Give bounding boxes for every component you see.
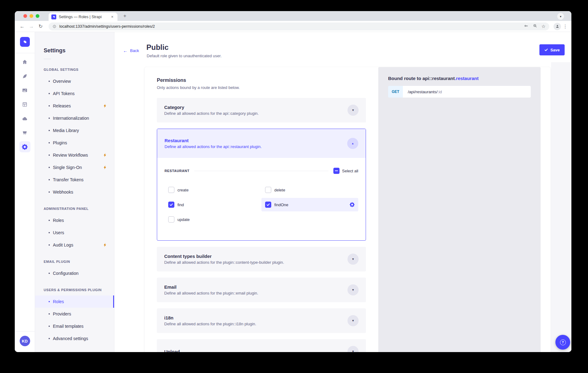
sidebar-item-transfer-tokens[interactable]: Transfer Tokens [35, 174, 114, 186]
sidebar-item-internationalization[interactable]: Internationalization [35, 112, 114, 124]
password-key-icon[interactable] [524, 23, 529, 30]
browser-toolbar: ← → ↻ localhost:1337/admin/settings/user… [15, 21, 571, 32]
sidebar-item-single-sign-on[interactable]: Single Sign-On [35, 161, 114, 174]
rail-layout-button[interactable] [19, 99, 30, 110]
sidebar-item-webhooks[interactable]: Webhooks [35, 186, 114, 198]
address-bar[interactable]: localhost:1337/admin/settings/users-perm… [49, 22, 549, 30]
media-library-icon [22, 87, 28, 93]
nav-section-header-email-plugin: EMAIL PLUGIN [44, 260, 105, 263]
sidebar-item-audit-logs[interactable]: Audit Logs [35, 239, 114, 251]
accordion-info: RestaurantDefine all allowed actions for… [165, 138, 262, 149]
new-tab-button[interactable]: + [121, 13, 129, 19]
accordion-list: CategoryDefine all allowed actions for t… [157, 98, 366, 352]
accordion-info: CategoryDefine all allowed actions for t… [164, 105, 259, 116]
checkbox-findone[interactable] [265, 202, 271, 208]
close-tab-icon[interactable]: × [110, 14, 115, 19]
accordion-description: Define all allowed actions for the plugi… [164, 322, 256, 326]
select-all-label: Select all [342, 169, 358, 173]
sidebar-item-media-library[interactable]: Media Library [35, 124, 114, 137]
zoom-in-icon[interactable] [533, 23, 538, 30]
indeterminate-dash-icon [335, 170, 338, 171]
help-button[interactable]: ? [555, 335, 570, 350]
route-row: GET /api/restaurants/:id [388, 86, 531, 98]
accordion-description: Define all allowed actions for the plugi… [164, 260, 284, 265]
checkbox-find[interactable] [168, 202, 174, 208]
browser-menu-icon[interactable]: ⋮ [563, 24, 568, 29]
rail-bottom: KD [15, 331, 35, 352]
select-all-checkbox[interactable] [333, 168, 340, 174]
checkbox-update[interactable] [168, 216, 174, 223]
sidebar-item-advanced-settings[interactable]: Advanced settings [35, 332, 114, 345]
strapi-logo[interactable] [20, 37, 30, 47]
accordion-upload[interactable]: Upload▼ [157, 339, 366, 352]
permission-settings-gear-icon[interactable] [350, 202, 355, 207]
rail-divider [15, 53, 35, 53]
sidebar-item-plugins[interactable]: Plugins [35, 137, 114, 149]
permission-grid: createdeletefindfindOneupdate [165, 183, 358, 226]
user-avatar[interactable]: KD [20, 336, 30, 346]
rail-feather-button[interactable] [19, 70, 30, 82]
accordion-category[interactable]: CategoryDefine all allowed actions for t… [157, 98, 366, 122]
fullscreen-window-button[interactable] [36, 14, 39, 18]
accordion-i18n[interactable]: i18nDefine all allowed actions for the p… [157, 308, 366, 333]
settings-sidebar: Settings GLOBAL SETTINGSOverviewAPI Toke… [35, 32, 114, 352]
traffic-lights [23, 14, 39, 18]
sidebar-item-email-templates[interactable]: Email templates [35, 320, 114, 332]
accordion-email[interactable]: EmailDefine all allowed actions for the … [157, 278, 366, 302]
page-content: Permissions Only actions bound by a rout… [114, 62, 571, 352]
permission-group-label: RESTAURANT [165, 169, 189, 173]
sidebar-item-providers[interactable]: Providers [35, 308, 114, 320]
caret-down-icon: ▼ [352, 288, 355, 291]
back-link[interactable]: ← Back [123, 48, 139, 53]
settings-title: Settings [44, 47, 114, 54]
sidebar-item-overview[interactable]: Overview [35, 75, 114, 87]
site-info-icon[interactable] [52, 24, 57, 29]
route-path-field[interactable]: /api/restaurants/:id [403, 86, 531, 98]
accordion-info: EmailDefine all allowed actions for the … [164, 284, 258, 295]
sidebar-item-releases[interactable]: Releases [35, 100, 114, 112]
permissions-column: Permissions Only actions bound by a rout… [145, 67, 378, 352]
sidebar-item-users[interactable]: Users [35, 227, 114, 239]
sidebar-item-api-tokens[interactable]: API Tokens [35, 87, 114, 100]
checkbox-delete[interactable] [265, 187, 271, 193]
accordion-title: Category [164, 105, 259, 110]
permission-label: create [177, 188, 189, 192]
rail-items [19, 56, 30, 152]
expand-accordion-button[interactable]: ▼ [348, 254, 359, 265]
accordion-description: Define all allowed actions for the api::… [164, 111, 259, 116]
expand-accordion-button[interactable]: ▼ [348, 315, 359, 326]
sidebar-item-roles[interactable]: Roles [35, 214, 114, 227]
browser-reload-button[interactable]: ↻ [37, 23, 44, 30]
minimize-window-button[interactable] [30, 14, 33, 18]
layout-icon [22, 102, 28, 107]
browser-profile-icon[interactable] [554, 23, 561, 30]
strapi-app: KD Settings GLOBAL SETTINGSOverviewAPI T… [15, 32, 571, 352]
sidebar-item-review-workflows[interactable]: Review Workflows [35, 149, 114, 161]
expand-accordion-button[interactable]: ▼ [348, 346, 359, 352]
expand-accordion-button[interactable]: ▼ [348, 284, 359, 295]
sidebar-item-configuration[interactable]: Configuration [35, 267, 114, 279]
browser-forward-button[interactable]: → [28, 23, 35, 30]
url-text[interactable]: localhost:1337/admin/settings/users-perm… [59, 24, 155, 29]
back-arrow-icon: ← [123, 48, 128, 53]
accordion-title: Content types builder [164, 254, 284, 259]
rail-cloud-button[interactable] [19, 113, 30, 124]
rail-home-button[interactable] [19, 56, 30, 67]
browser-tab[interactable]: Settings — Roles | Strapi × [49, 13, 117, 21]
rail-gear-button[interactable] [19, 141, 30, 152]
rail-cart-button[interactable] [19, 127, 30, 138]
save-button[interactable]: Save [539, 44, 565, 55]
browser-back-button[interactable]: ← [18, 23, 26, 30]
rail-media-library-button[interactable] [19, 85, 30, 96]
tab-search-button[interactable]: ▾ [557, 13, 564, 20]
checkbox-create[interactable] [168, 187, 174, 193]
bookmark-star-icon[interactable]: ☆ [542, 24, 546, 29]
accordion-content-types-builder[interactable]: Content types builderDefine all allowed … [157, 247, 366, 271]
sidebar-item-roles[interactable]: Roles [35, 295, 114, 308]
rail-divider-bottom [15, 331, 35, 331]
collapse-accordion-button[interactable]: ▲ [347, 138, 358, 149]
accordion-restaurant-header[interactable]: RestaurantDefine all allowed actions for… [157, 129, 366, 158]
expand-accordion-button[interactable]: ▼ [348, 105, 359, 116]
close-window-button[interactable] [23, 14, 27, 18]
caret-down-icon: ▼ [352, 258, 355, 261]
